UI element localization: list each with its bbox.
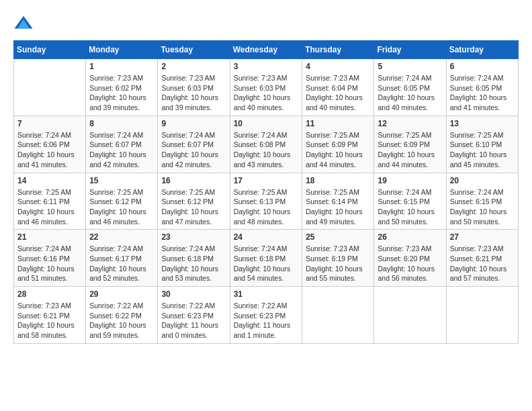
day-info: Sunrise: 7:23 AM Sunset: 6:21 PM Dayligh… [17, 301, 82, 340]
weekday-header: Wednesday [230, 41, 302, 59]
day-number: 9 [161, 119, 226, 128]
day-number: 30 [161, 289, 226, 299]
calendar-cell: 8Sunrise: 7:24 AM Sunset: 6:07 PM Daylig… [86, 116, 158, 173]
weekday-row: SundayMondayTuesdayWednesdayThursdayFrid… [14, 41, 519, 59]
day-info: Sunrise: 7:23 AM Sunset: 6:02 PM Dayligh… [89, 73, 154, 113]
calendar-cell: 7Sunrise: 7:24 AM Sunset: 6:06 PM Daylig… [14, 116, 86, 173]
day-number: 1 [89, 62, 154, 71]
day-info: Sunrise: 7:24 AM Sunset: 6:05 PM Dayligh… [378, 73, 442, 113]
day-info: Sunrise: 7:24 AM Sunset: 6:08 PM Dayligh… [234, 130, 299, 170]
calendar-week-row: 1Sunrise: 7:23 AM Sunset: 6:02 PM Daylig… [14, 59, 519, 116]
calendar-cell: 10Sunrise: 7:24 AM Sunset: 6:08 PM Dayli… [230, 116, 302, 173]
page-header [13, 13, 519, 34]
calendar-week-row: 7Sunrise: 7:24 AM Sunset: 6:06 PM Daylig… [14, 116, 519, 173]
calendar-cell: 3Sunrise: 7:23 AM Sunset: 6:03 PM Daylig… [230, 59, 302, 116]
day-number: 19 [378, 176, 442, 185]
day-info: Sunrise: 7:22 AM Sunset: 6:23 PM Dayligh… [161, 301, 226, 340]
logo [13, 13, 36, 34]
day-number: 11 [306, 119, 370, 128]
day-number: 31 [234, 289, 299, 299]
day-info: Sunrise: 7:24 AM Sunset: 6:18 PM Dayligh… [234, 244, 299, 283]
day-info: Sunrise: 7:25 AM Sunset: 6:12 PM Dayligh… [161, 187, 226, 227]
day-number: 4 [306, 62, 370, 71]
day-info: Sunrise: 7:24 AM Sunset: 6:15 PM Dayligh… [378, 187, 442, 227]
day-info: Sunrise: 7:25 AM Sunset: 6:13 PM Dayligh… [234, 187, 299, 227]
calendar-cell: 20Sunrise: 7:24 AM Sunset: 6:15 PM Dayli… [446, 173, 518, 230]
day-number: 24 [234, 232, 299, 242]
calendar-week-row: 14Sunrise: 7:25 AM Sunset: 6:11 PM Dayli… [14, 173, 519, 230]
calendar-cell: 27Sunrise: 7:23 AM Sunset: 6:21 PM Dayli… [446, 230, 518, 287]
day-number: 27 [450, 232, 515, 242]
day-number: 21 [17, 232, 82, 242]
day-info: Sunrise: 7:24 AM Sunset: 6:07 PM Dayligh… [161, 130, 226, 170]
calendar-cell: 21Sunrise: 7:24 AM Sunset: 6:16 PM Dayli… [14, 230, 86, 287]
day-info: Sunrise: 7:24 AM Sunset: 6:18 PM Dayligh… [161, 244, 226, 283]
day-info: Sunrise: 7:25 AM Sunset: 6:10 PM Dayligh… [450, 130, 515, 170]
day-number: 6 [450, 62, 515, 71]
weekday-header: Tuesday [158, 41, 230, 59]
day-info: Sunrise: 7:25 AM Sunset: 6:12 PM Dayligh… [89, 187, 154, 227]
calendar-cell: 2Sunrise: 7:23 AM Sunset: 6:03 PM Daylig… [158, 59, 230, 116]
day-number: 10 [234, 119, 299, 128]
calendar-cell: 14Sunrise: 7:25 AM Sunset: 6:11 PM Dayli… [14, 173, 86, 230]
day-info: Sunrise: 7:23 AM Sunset: 6:04 PM Dayligh… [306, 73, 370, 113]
day-info: Sunrise: 7:24 AM Sunset: 6:05 PM Dayligh… [450, 73, 515, 113]
day-info: Sunrise: 7:22 AM Sunset: 6:22 PM Dayligh… [89, 301, 154, 340]
day-info: Sunrise: 7:25 AM Sunset: 6:11 PM Dayligh… [17, 187, 82, 227]
day-info: Sunrise: 7:24 AM Sunset: 6:17 PM Dayligh… [89, 244, 154, 283]
day-info: Sunrise: 7:24 AM Sunset: 6:16 PM Dayligh… [17, 244, 82, 283]
calendar-cell: 22Sunrise: 7:24 AM Sunset: 6:17 PM Dayli… [86, 230, 158, 287]
calendar-cell: 4Sunrise: 7:23 AM Sunset: 6:04 PM Daylig… [302, 59, 374, 116]
day-info: Sunrise: 7:25 AM Sunset: 6:09 PM Dayligh… [306, 130, 370, 170]
day-number: 7 [17, 119, 82, 128]
weekday-header: Saturday [446, 41, 518, 59]
day-info: Sunrise: 7:25 AM Sunset: 6:14 PM Dayligh… [306, 187, 370, 227]
calendar-cell: 30Sunrise: 7:22 AM Sunset: 6:23 PM Dayli… [158, 287, 230, 344]
day-number: 12 [378, 119, 442, 128]
calendar-cell: 15Sunrise: 7:25 AM Sunset: 6:12 PM Dayli… [86, 173, 158, 230]
calendar-cell: 12Sunrise: 7:25 AM Sunset: 6:09 PM Dayli… [374, 116, 446, 173]
day-info: Sunrise: 7:22 AM Sunset: 6:23 PM Dayligh… [234, 301, 299, 340]
calendar-body: 1Sunrise: 7:23 AM Sunset: 6:02 PM Daylig… [14, 59, 519, 344]
day-number: 22 [89, 232, 154, 242]
day-number: 28 [17, 289, 82, 299]
calendar-cell: 25Sunrise: 7:23 AM Sunset: 6:19 PM Dayli… [302, 230, 374, 287]
calendar-cell: 24Sunrise: 7:24 AM Sunset: 6:18 PM Dayli… [230, 230, 302, 287]
calendar-cell: 18Sunrise: 7:25 AM Sunset: 6:14 PM Dayli… [302, 173, 374, 230]
calendar-week-row: 21Sunrise: 7:24 AM Sunset: 6:16 PM Dayli… [14, 230, 519, 287]
day-number: 15 [89, 176, 154, 185]
day-info: Sunrise: 7:23 AM Sunset: 6:19 PM Dayligh… [306, 244, 370, 283]
weekday-header: Sunday [14, 41, 86, 59]
calendar-cell: 19Sunrise: 7:24 AM Sunset: 6:15 PM Dayli… [374, 173, 446, 230]
calendar-cell: 23Sunrise: 7:24 AM Sunset: 6:18 PM Dayli… [158, 230, 230, 287]
calendar-week-row: 28Sunrise: 7:23 AM Sunset: 6:21 PM Dayli… [14, 287, 519, 344]
day-info: Sunrise: 7:23 AM Sunset: 6:20 PM Dayligh… [378, 244, 442, 283]
calendar-cell: 17Sunrise: 7:25 AM Sunset: 6:13 PM Dayli… [230, 173, 302, 230]
day-info: Sunrise: 7:24 AM Sunset: 6:06 PM Dayligh… [17, 130, 82, 170]
day-number: 23 [161, 232, 226, 242]
day-number: 29 [89, 289, 154, 299]
day-info: Sunrise: 7:24 AM Sunset: 6:15 PM Dayligh… [450, 187, 515, 227]
calendar-cell: 6Sunrise: 7:24 AM Sunset: 6:05 PM Daylig… [446, 59, 518, 116]
day-number: 8 [89, 119, 154, 128]
day-info: Sunrise: 7:23 AM Sunset: 6:03 PM Dayligh… [161, 73, 226, 113]
day-number: 16 [161, 176, 226, 185]
weekday-header: Thursday [302, 41, 374, 59]
day-number: 14 [17, 176, 82, 185]
day-number: 18 [306, 176, 370, 185]
calendar-cell: 5Sunrise: 7:24 AM Sunset: 6:05 PM Daylig… [374, 59, 446, 116]
day-number: 17 [234, 176, 299, 185]
calendar-cell [302, 287, 374, 344]
calendar-cell: 13Sunrise: 7:25 AM Sunset: 6:10 PM Dayli… [446, 116, 518, 173]
day-number: 3 [234, 62, 299, 71]
day-number: 2 [161, 62, 226, 71]
day-info: Sunrise: 7:25 AM Sunset: 6:09 PM Dayligh… [378, 130, 442, 170]
calendar-cell [446, 287, 518, 344]
calendar-cell: 29Sunrise: 7:22 AM Sunset: 6:22 PM Dayli… [86, 287, 158, 344]
calendar-cell: 28Sunrise: 7:23 AM Sunset: 6:21 PM Dayli… [14, 287, 86, 344]
calendar-cell [14, 59, 86, 116]
day-info: Sunrise: 7:23 AM Sunset: 6:03 PM Dayligh… [234, 73, 299, 113]
weekday-header: Friday [374, 41, 446, 59]
calendar-table: SundayMondayTuesdayWednesdayThursdayFrid… [13, 40, 519, 344]
day-number: 13 [450, 119, 515, 128]
